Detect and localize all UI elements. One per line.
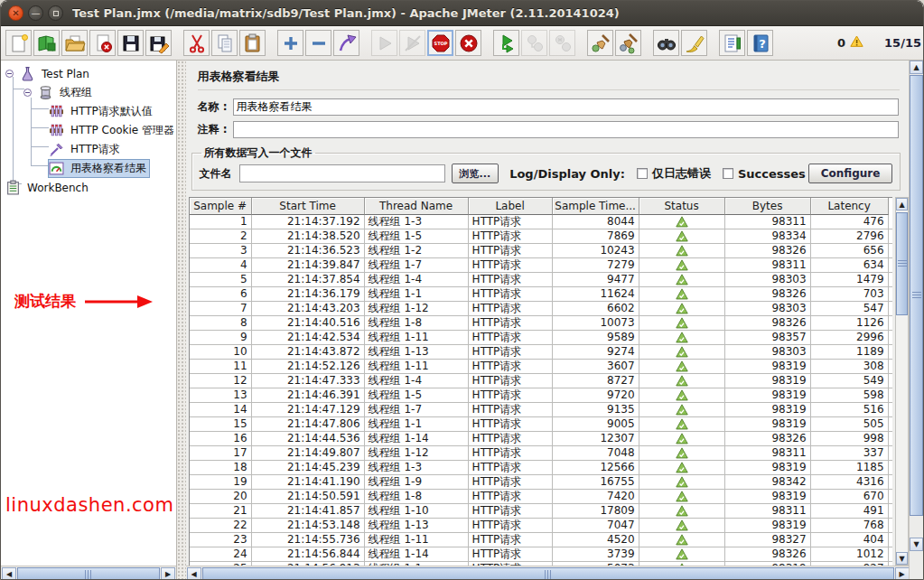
window-minimize-button[interactable]: —	[28, 5, 43, 21]
tree-expand-handle-icon[interactable]	[23, 89, 32, 97]
cell: HTTP请求	[469, 244, 553, 257]
cell: 线程组 1-3	[365, 461, 469, 474]
table-row[interactable]: 2121:14:41.857线程组 1-10HTTP请求178099831149…	[190, 504, 892, 519]
table-row[interactable]: 621:14:36.179线程组 1-1HTTP请求1162498326703	[190, 287, 892, 302]
scroll-down-icon[interactable]: ▼	[896, 552, 908, 565]
table-row[interactable]: 1021:14:43.872线程组 1-13HTTP请求927498303118…	[190, 345, 892, 360]
tree-horizontal-scrollbar[interactable]: ◀ ▶	[1, 566, 176, 580]
table-vertical-scrollbar[interactable]: ▲ ▼	[895, 197, 909, 566]
browse-button[interactable]: 浏览...	[452, 164, 499, 183]
cell: 21:14:47.129	[252, 403, 365, 416]
table-row[interactable]: 121:14:37.192线程组 1-3HTTP请求804498311476	[190, 215, 892, 229]
tree-node-线程组[interactable]: 线程组	[1, 83, 176, 102]
function-helper-button[interactable]	[719, 30, 745, 56]
table-row[interactable]: 1421:14:47.129线程组 1-7HTTP请求913598319516	[190, 403, 892, 417]
column-header-status[interactable]: Status	[639, 198, 725, 215]
column-header-start-time[interactable]: Start Time	[252, 198, 365, 215]
table-row[interactable]: 1621:14:44.536线程组 1-14HTTP请求123079832699…	[190, 432, 892, 446]
table-row[interactable]: 1821:14:45.239线程组 1-3HTTP请求1256698319118…	[190, 461, 892, 475]
column-header-bytes[interactable]: Bytes	[725, 198, 811, 215]
table-row[interactable]: 221:14:38.520线程组 1-5HTTP请求7869983342796	[190, 229, 892, 244]
tree-node-workbench[interactable]: WorkBench	[1, 178, 176, 197]
table-row[interactable]: 2321:14:55.736线程组 1-11HTTP请求452098327404	[190, 533, 892, 547]
panel-splitter[interactable]	[177, 61, 186, 580]
tree-hscroll-thumb[interactable]	[17, 567, 160, 580]
table-row[interactable]: 2021:14:50.591线程组 1-8HTTP请求742098319670	[190, 490, 892, 504]
paste-button[interactable]	[239, 30, 266, 56]
scroll-right-icon[interactable]: ▶	[161, 567, 175, 580]
column-header-label[interactable]: Label	[469, 198, 553, 215]
toggle-button[interactable]	[333, 30, 359, 56]
name-input[interactable]	[233, 98, 899, 116]
comment-input[interactable]	[233, 121, 899, 138]
column-header-sample-time-[interactable]: Sample Time...	[553, 198, 639, 215]
tree-node-label: HTTP请求默认值	[68, 103, 155, 120]
table-row[interactable]: 1521:14:47.806线程组 1-1HTTP请求900598319505	[190, 417, 892, 432]
table-row[interactable]: 421:14:39.847线程组 1-7HTTP请求727998311634	[190, 258, 892, 273]
scroll-down-icon[interactable]: ▼	[910, 538, 923, 551]
table-row[interactable]: 321:14:36.523线程组 1-2HTTP请求1024398326656	[190, 244, 892, 258]
copy-button[interactable]	[211, 30, 238, 56]
main-hscroll-thumb[interactable]	[202, 567, 894, 580]
cut-button[interactable]	[183, 30, 210, 56]
clear-all-button[interactable]	[615, 30, 641, 56]
table-row[interactable]: 521:14:37.854线程组 1-4HTTP请求9477983031479	[190, 273, 892, 287]
configure-button[interactable]: Configure	[808, 164, 892, 183]
help-button[interactable]: ?	[747, 30, 773, 56]
panel-vertical-scrollbar[interactable]: ▲ ▼	[909, 61, 923, 580]
scroll-up-icon[interactable]: ▲	[896, 198, 908, 210]
main-horizontal-scrollbar[interactable]: ◀ ▶	[186, 566, 909, 580]
cell: 线程组 1-8	[365, 490, 469, 503]
errors-only-label: 仅日志错误	[652, 165, 711, 182]
expand-all-button[interactable]	[277, 30, 303, 56]
tree-node-test-plan[interactable]: Test Plan	[1, 64, 176, 83]
open-button[interactable]	[61, 30, 88, 56]
table-row[interactable]: 1221:14:47.333线程组 1-4HTTP请求872798319549	[190, 374, 892, 388]
filename-input[interactable]	[239, 164, 445, 182]
panel-vscroll-thumb[interactable]	[910, 75, 923, 516]
tree-node-http-cookie-管理器[interactable]: HTTP Cookie 管理器	[1, 121, 176, 140]
table-row[interactable]: 2421:14:56.844线程组 1-14HTTP请求373998326101…	[190, 547, 892, 562]
cell: 10243	[553, 244, 639, 257]
shutdown-button[interactable]	[455, 30, 481, 56]
scroll-right-icon[interactable]: ▶	[895, 567, 909, 580]
warning-icon[interactable]	[849, 34, 864, 51]
tree-node-http请求[interactable]: HTTP请求	[1, 140, 176, 159]
window-close-button[interactable]: ✕	[8, 5, 23, 21]
save-button[interactable]	[117, 30, 144, 56]
new-button[interactable]	[5, 30, 32, 56]
table-row[interactable]: 821:14:40.516线程组 1-8HTTP请求10073983261126	[190, 316, 892, 331]
search-button[interactable]	[653, 30, 679, 56]
tree-node-用表格察看结果[interactable]: 用表格察看结果	[1, 159, 176, 178]
tree-expand-handle-icon[interactable]	[5, 70, 14, 78]
clear-search-button[interactable]	[681, 30, 707, 56]
scroll-left-icon[interactable]: ◀	[187, 567, 201, 580]
table-row[interactable]: 1321:14:46.391线程组 1-5HTTP请求972098319598	[190, 388, 892, 403]
errors-only-checkbox[interactable]	[637, 168, 648, 179]
templates-button[interactable]	[33, 30, 60, 56]
scroll-left-icon[interactable]: ◀	[2, 567, 16, 580]
table-row[interactable]: 2221:14:53.148线程组 1-13HTTP请求704798319768	[190, 519, 892, 533]
cell: HTTP请求	[469, 432, 553, 445]
collapse-all-button[interactable]	[305, 30, 331, 56]
clear-button[interactable]	[587, 30, 613, 56]
table-vscroll-thumb[interactable]	[896, 212, 908, 315]
scroll-up-icon[interactable]: ▲	[910, 61, 923, 74]
table-row[interactable]: 921:14:42.534线程组 1-11HTTP请求9589983572996	[190, 331, 892, 345]
window-maximize-button[interactable]	[48, 5, 63, 21]
column-header-sample-[interactable]: Sample #	[190, 198, 252, 215]
column-header-latency[interactable]: Latency	[811, 198, 889, 215]
table-row[interactable]: 1721:14:49.807线程组 1-12HTTP请求704898311337	[190, 446, 892, 461]
stop-button[interactable]: STOP	[427, 30, 453, 56]
tree-node-http请求默认值[interactable]: HTTP请求默认值	[1, 102, 176, 121]
column-header-thread-name[interactable]: Thread Name	[365, 198, 469, 215]
table-row[interactable]: 1921:14:41.190线程组 1-9HTTP请求1675598342431…	[190, 475, 892, 490]
table-row[interactable]: 1121:14:52.126线程组 1-11HTTP请求360798319308	[190, 360, 892, 374]
remote-start-button[interactable]	[493, 30, 519, 56]
successes-checkbox[interactable]	[723, 168, 733, 179]
cell: 线程组 1-7	[365, 258, 469, 272]
log-error-count[interactable]: 0	[837, 36, 845, 50]
close-button[interactable]	[89, 30, 116, 56]
table-row[interactable]: 721:14:43.203线程组 1-12HTTP请求660298303547	[190, 302, 892, 316]
save-as-button[interactable]	[145, 30, 172, 56]
